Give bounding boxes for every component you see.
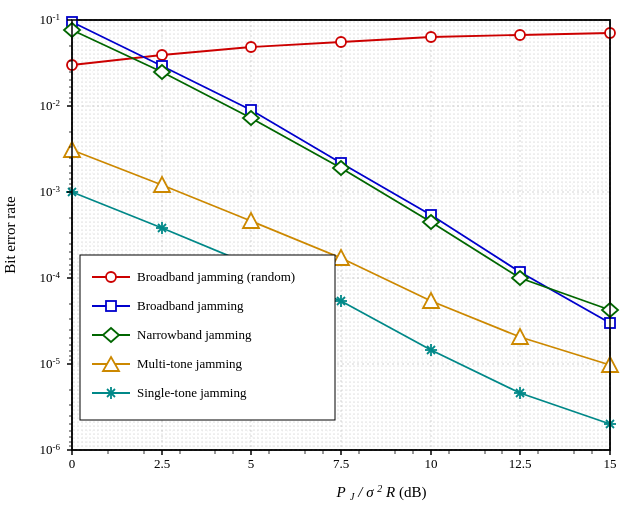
marker-red-4 <box>426 32 436 42</box>
x-axis-label-sub: J / σ 2 R (dB) <box>350 479 426 503</box>
marker-red-5 <box>515 30 525 40</box>
y-tick-label-2: 10-2 <box>40 98 61 113</box>
marker-red-3 <box>336 37 346 47</box>
x-tick-label-0: 0 <box>69 456 76 471</box>
x-tick-label-125: 12.5 <box>509 456 532 471</box>
legend-label-4: Multi-tone jamming <box>137 356 243 371</box>
legend-marker-2 <box>106 301 116 311</box>
legend-label-3: Narrowband jamming <box>137 327 252 342</box>
legend-label-2: Broadband jamming <box>137 298 244 313</box>
x-axis-label: P <box>335 484 345 500</box>
x-tick-label-10: 10 <box>425 456 438 471</box>
y-tick-label-4: 10-4 <box>40 270 61 285</box>
y-tick-label-3: 10-3 <box>40 184 61 199</box>
chart-container: 10-1 10-2 10-3 10-4 10-5 10-6 <box>0 0 640 517</box>
y-tick-label-6: 10-6 <box>40 442 61 457</box>
y-tick-label-5: 10-5 <box>40 356 61 371</box>
x-tick-label-25: 2.5 <box>154 456 170 471</box>
y-tick-label-1: 10-1 <box>40 12 61 27</box>
legend-marker-1 <box>106 272 116 282</box>
x-tick-label-15: 15 <box>604 456 617 471</box>
y-axis-label: Bit error rate <box>2 196 18 274</box>
x-tick-label-5: 5 <box>248 456 255 471</box>
marker-red-1 <box>157 50 167 60</box>
legend-label-5: Single-tone jamming <box>137 385 247 400</box>
marker-red-2 <box>246 42 256 52</box>
legend-label-1: Broadband jamming (random) <box>137 269 295 284</box>
x-tick-label-75: 7.5 <box>333 456 349 471</box>
